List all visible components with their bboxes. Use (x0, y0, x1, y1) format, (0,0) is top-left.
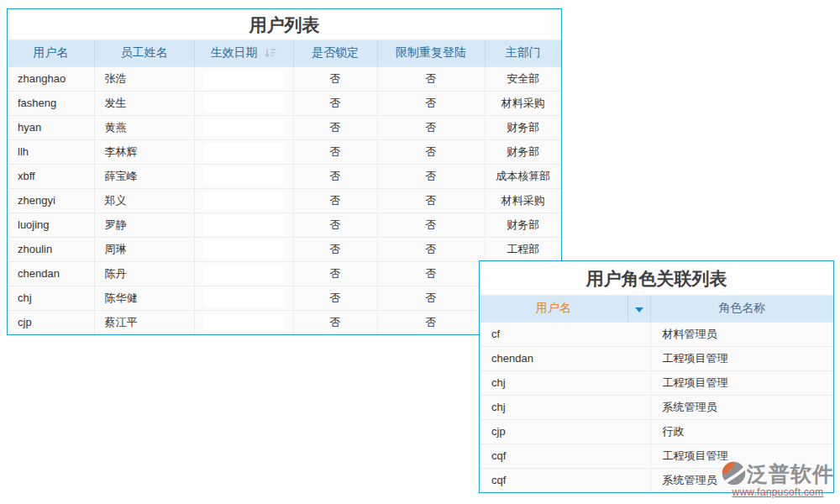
cell-username: chj (8, 286, 94, 310)
cell-restrict-login: 否 (377, 91, 485, 115)
user-table-row[interactable]: hyan 黄燕 否 否 财务部 (8, 115, 561, 139)
date-field[interactable] (203, 143, 284, 161)
cell-locked: 否 (293, 237, 377, 261)
cell-username: llh (8, 139, 94, 164)
user-role-table: 用户角色关联列表 用户名 角色名称 cf 材料管理员 chendan 工程项目管… (479, 260, 834, 493)
role-table-header: 用户名 角色名称 (480, 296, 833, 322)
date-field[interactable] (203, 313, 284, 332)
user-table-row[interactable]: zhanghao 张浩 否 否 安全部 (8, 66, 561, 91)
cell-restrict-login: 否 (377, 213, 485, 237)
col-header-role-name[interactable]: 角色名称 (650, 296, 833, 322)
role-table-row[interactable]: chj 系统管理员 (480, 395, 833, 419)
cell-effective-date (194, 286, 293, 310)
date-field[interactable] (203, 289, 284, 307)
cell-employee-name: 薛宝峰 (94, 164, 194, 188)
user-table-row[interactable]: luojing 罗静 否 否 财务部 (8, 213, 561, 237)
cell-username: chendan (8, 261, 94, 286)
cell-restrict-login: 否 (377, 237, 485, 261)
col-header-locked[interactable]: 是否锁定 (293, 40, 377, 66)
cell-locked: 否 (293, 164, 377, 188)
cell-employee-name: 罗静 (94, 213, 194, 237)
cell-effective-date (194, 213, 293, 237)
cell-role-username: chj (480, 395, 650, 419)
cell-effective-date (194, 139, 293, 164)
date-field[interactable] (203, 94, 284, 113)
cell-username: zhanghao (8, 66, 94, 91)
cell-username: hyan (8, 115, 94, 139)
cell-employee-name: 李林辉 (94, 139, 194, 164)
cell-main-department: 财务部 (485, 213, 561, 237)
col-header-restrict-login[interactable]: 限制重复登陆 (377, 40, 485, 66)
cell-employee-name: 蔡江平 (94, 310, 194, 334)
cell-locked: 否 (293, 188, 377, 213)
cell-main-department: 材料采购 (485, 188, 561, 213)
cell-role-username: chj (480, 370, 650, 395)
user-table-row[interactable]: llh 李林辉 否 否 财务部 (8, 139, 561, 164)
sort-amount-desc-icon (265, 48, 276, 58)
cell-employee-name: 张浩 (94, 66, 194, 91)
role-table-row[interactable]: chendan 工程项目管理 (480, 346, 833, 370)
cell-effective-date (194, 310, 293, 334)
date-field[interactable] (203, 216, 284, 234)
cell-restrict-login: 否 (377, 286, 485, 310)
date-field[interactable] (203, 265, 284, 283)
watermark-row: 泛普软件 (721, 460, 835, 486)
cell-effective-date (194, 261, 293, 286)
cell-role-username: cjp (480, 419, 650, 444)
cell-employee-name: 周琳 (94, 237, 194, 261)
cell-main-department: 工程部 (485, 237, 561, 261)
cell-locked: 否 (293, 310, 377, 334)
date-field[interactable] (203, 240, 284, 259)
user-table-row[interactable]: zhoulin 周琳 否 否 工程部 (8, 237, 561, 261)
cell-username: zhengyi (8, 188, 94, 213)
cell-locked: 否 (293, 115, 377, 139)
date-field[interactable] (203, 167, 284, 186)
cell-role-username: cqf (480, 444, 650, 468)
cell-employee-name: 郑义 (94, 188, 194, 213)
user-table-row[interactable]: fasheng 发生 否 否 材料采购 (8, 91, 561, 115)
cell-employee-name: 陈华健 (94, 286, 194, 310)
cell-employee-name: 发生 (94, 91, 194, 115)
cell-locked: 否 (293, 213, 377, 237)
col-header-username[interactable]: 用户名 (8, 40, 94, 66)
col-header-employee-name[interactable]: 员工姓名 (94, 40, 194, 66)
cell-locked: 否 (293, 261, 377, 286)
filter-dropdown-button[interactable] (627, 296, 650, 322)
watermark-brand: 泛普软件 (747, 461, 834, 486)
date-field[interactable] (203, 118, 284, 137)
cell-username: luojing (8, 213, 94, 237)
user-table-row[interactable]: xbff 薛宝峰 否 否 成本核算部 (8, 164, 561, 188)
role-table-row[interactable]: cjp 行政 (480, 419, 833, 444)
role-table-title: 用户角色关联列表 (480, 261, 833, 296)
cell-employee-name: 黄燕 (94, 115, 194, 139)
cell-role-name: 工程项目管理 (650, 370, 833, 395)
cell-role-username: cf (480, 322, 650, 346)
cell-restrict-login: 否 (377, 310, 485, 334)
cell-username: cjp (8, 310, 94, 334)
cell-restrict-login: 否 (377, 188, 485, 213)
role-table-header-row: 用户名 角色名称 (480, 296, 833, 322)
role-table-row[interactable]: cf 材料管理员 (480, 322, 833, 346)
col-header-effective-date[interactable]: 生效日期 (194, 40, 293, 66)
col-header-main-department[interactable]: 主部门 (485, 40, 561, 66)
user-table-title: 用户列表 (8, 9, 561, 40)
cell-restrict-login: 否 (377, 115, 485, 139)
cell-effective-date (194, 164, 293, 188)
col-header-role-username[interactable]: 用户名 (480, 296, 627, 322)
col-header-effective-date-label: 生效日期 (211, 45, 258, 59)
cell-username: xbff (8, 164, 94, 188)
cell-username: fasheng (8, 91, 94, 115)
role-table-row[interactable]: chj 工程项目管理 (480, 370, 833, 395)
user-table-row[interactable]: zhengyi 郑义 否 否 材料采购 (8, 188, 561, 213)
user-table-header-row: 用户名 员工姓名 生效日期 是否锁定 限制重复登陆 (8, 40, 561, 66)
cell-main-department: 财务部 (485, 115, 561, 139)
date-field[interactable] (203, 70, 284, 88)
cell-role-name: 行政 (650, 419, 833, 444)
chevron-down-icon (635, 307, 643, 312)
cell-effective-date (194, 115, 293, 139)
user-table-header: 用户名 员工姓名 生效日期 是否锁定 限制重复登陆 (8, 40, 561, 66)
date-field[interactable] (203, 192, 284, 210)
cell-effective-date (194, 66, 293, 91)
fanpu-logo-icon (721, 460, 747, 486)
cell-effective-date (194, 237, 293, 261)
